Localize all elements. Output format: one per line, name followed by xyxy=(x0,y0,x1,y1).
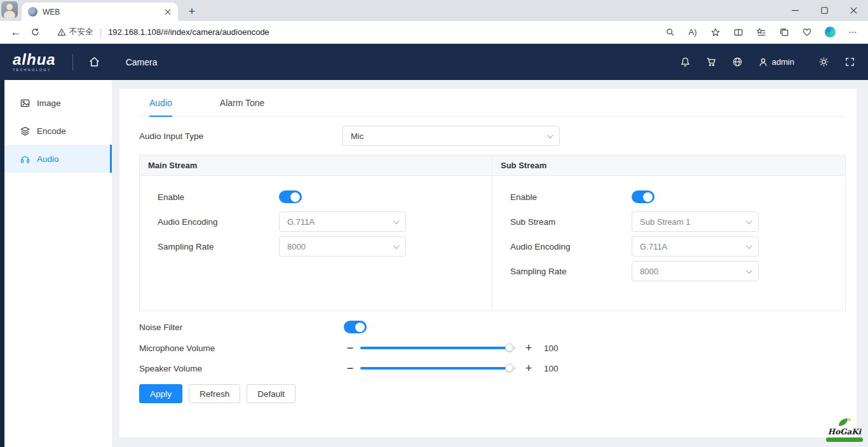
main-stream-header: Main Stream xyxy=(140,156,492,176)
sidebar: Image Encode Audio xyxy=(4,80,112,447)
chevron-down-icon xyxy=(746,243,752,249)
mic-volume-slider[interactable] xyxy=(360,347,516,349)
collections-icon[interactable] xyxy=(775,23,793,41)
browser-tab[interactable]: WEB xyxy=(22,3,178,21)
chevron-down-icon xyxy=(746,267,752,274)
favorites-icon[interactable] xyxy=(752,23,770,41)
noise-filter-label: Noise Filter xyxy=(139,323,344,332)
main-sampling-rate-select[interactable]: 8000 xyxy=(279,236,406,257)
browser-toolbar: ← 不安全 | 192.168.1.108/#/index/camera/aud… xyxy=(0,21,868,44)
back-icon[interactable]: ← xyxy=(6,23,25,41)
speaker-volume-label: Speaker Volume xyxy=(139,364,344,373)
chevron-down-icon xyxy=(393,218,400,224)
site-security[interactable]: 不安全 xyxy=(57,27,93,37)
chevron-down-icon xyxy=(393,243,400,249)
maximize-button[interactable] xyxy=(810,0,839,21)
sub-enable-toggle[interactable] xyxy=(632,190,654,203)
encode-layers-icon xyxy=(20,126,31,137)
stream-table: Main Stream Sub Stream Enable Audio Enco… xyxy=(139,155,846,311)
sub-audio-encoding-label: Audio Encoding xyxy=(510,242,632,251)
close-window-button[interactable] xyxy=(839,0,868,21)
sidebar-item-label: Audio xyxy=(37,154,59,164)
speaker-volume-slider[interactable] xyxy=(360,367,516,370)
content-card: Audio Alarm Tone Audio Input Type Mic Ma… xyxy=(119,89,857,437)
speaker-slider-handle[interactable] xyxy=(505,364,513,372)
username: admin xyxy=(772,57,794,67)
speaker-volume-decrease-icon[interactable]: − xyxy=(344,363,356,374)
window-controls xyxy=(780,0,868,21)
main-audio-encoding-label: Audio Encoding xyxy=(158,217,279,227)
search-icon[interactable] xyxy=(661,23,679,41)
fullscreen-icon[interactable] xyxy=(844,57,855,67)
tab-close-icon[interactable] xyxy=(163,7,173,17)
refresh-button[interactable]: Refresh xyxy=(189,384,240,403)
watermark-logo: HoGaKi xyxy=(826,417,863,442)
noise-filter-toggle[interactable] xyxy=(344,321,367,333)
tab-title: WEB xyxy=(43,8,163,17)
minimize-button[interactable] xyxy=(780,0,810,21)
content-tabs: Audio Alarm Tone xyxy=(139,89,846,117)
copilot-icon[interactable] xyxy=(821,23,839,41)
sub-audio-encoding-select[interactable]: G.711A xyxy=(632,236,759,257)
tab-alarm-tone[interactable]: Alarm Tone xyxy=(220,89,265,116)
refresh-icon[interactable] xyxy=(25,23,44,41)
app-header: alhua TECHNOLOGY Camera xyxy=(0,44,868,80)
language-globe-icon[interactable] xyxy=(732,57,743,67)
mic-volume-decrease-icon[interactable]: − xyxy=(344,342,356,354)
bookmark-star-icon[interactable] xyxy=(707,23,724,41)
split-screen-icon[interactable] xyxy=(729,23,747,41)
tab-audio[interactable]: Audio xyxy=(149,89,172,116)
sidebar-edge-strip xyxy=(0,80,4,447)
sub-enable-label: Enable xyxy=(510,192,632,202)
sub-stream-select[interactable]: Sub Stream 1 xyxy=(632,211,759,232)
browser-tab-bar: WEB + xyxy=(0,0,868,21)
main-enable-toggle[interactable] xyxy=(279,190,302,203)
sub-stream-column: Enable Sub Stream Sub Stream 1 Audio Enc… xyxy=(492,176,845,310)
microphone-volume-label: Microphone Volume xyxy=(139,344,344,353)
browser-profile-avatar[interactable] xyxy=(1,1,18,18)
default-button[interactable]: Default xyxy=(247,384,295,403)
speaker-volume-increase-icon[interactable]: + xyxy=(522,363,535,374)
tab-favicon xyxy=(28,7,37,17)
settings-gear-icon[interactable] xyxy=(818,57,829,67)
main-sampling-rate-label: Sampling Rate xyxy=(158,242,279,251)
browser-essentials-icon[interactable] xyxy=(798,23,816,41)
chevron-down-icon xyxy=(547,132,553,138)
brand-name: alhua xyxy=(13,52,56,67)
mic-slider-handle[interactable] xyxy=(505,344,513,352)
sub-stream-header: Sub Stream xyxy=(492,156,845,176)
dahua-logo: alhua TECHNOLOGY xyxy=(13,52,56,72)
sub-sampling-rate-select[interactable]: 8000 xyxy=(632,261,759,281)
cart-icon[interactable] xyxy=(706,57,717,67)
new-tab-button[interactable]: + xyxy=(183,3,201,20)
sub-sampling-rate-label: Sampling Rate xyxy=(510,267,632,276)
user-account[interactable]: admin xyxy=(758,57,794,67)
notification-bell-icon[interactable] xyxy=(680,57,691,67)
main-enable-label: Enable xyxy=(158,192,279,202)
image-icon xyxy=(20,98,31,109)
speaker-volume-value: 100 xyxy=(544,364,559,373)
sidebar-item-label: Encode xyxy=(37,126,66,136)
apply-button[interactable]: Apply xyxy=(139,384,182,403)
mic-volume-increase-icon[interactable]: + xyxy=(522,342,535,354)
home-icon[interactable] xyxy=(88,56,100,68)
brand-subtitle: TECHNOLOGY xyxy=(13,69,56,72)
audio-headset-icon xyxy=(20,154,31,164)
mic-volume-value: 100 xyxy=(544,344,559,353)
header-divider xyxy=(72,54,73,70)
address-url[interactable]: 192.168.1.108/#/index/camera/audioencode xyxy=(108,27,269,37)
read-aloud-icon[interactable]: A) xyxy=(684,23,702,41)
sidebar-item-encode[interactable]: Encode xyxy=(4,117,112,145)
page-title: Camera xyxy=(126,57,158,67)
url-divider: | xyxy=(100,27,102,37)
chevron-down-icon xyxy=(746,218,752,224)
main-area: Audio Alarm Tone Audio Input Type Mic Ma… xyxy=(112,80,868,447)
sidebar-item-audio[interactable]: Audio xyxy=(4,145,112,173)
sidebar-item-image[interactable]: Image xyxy=(4,89,112,117)
watermark-text: HoGaKi xyxy=(826,427,863,436)
sub-stream-label: Sub Stream xyxy=(510,217,632,227)
audio-input-type-select[interactable]: Mic xyxy=(342,126,560,146)
main-audio-encoding-select[interactable]: G.711A xyxy=(279,211,406,232)
browser-menu-icon[interactable]: ⋯ xyxy=(844,23,862,41)
main-stream-column: Enable Audio Encoding G.711A Sampling Ra… xyxy=(140,176,492,310)
